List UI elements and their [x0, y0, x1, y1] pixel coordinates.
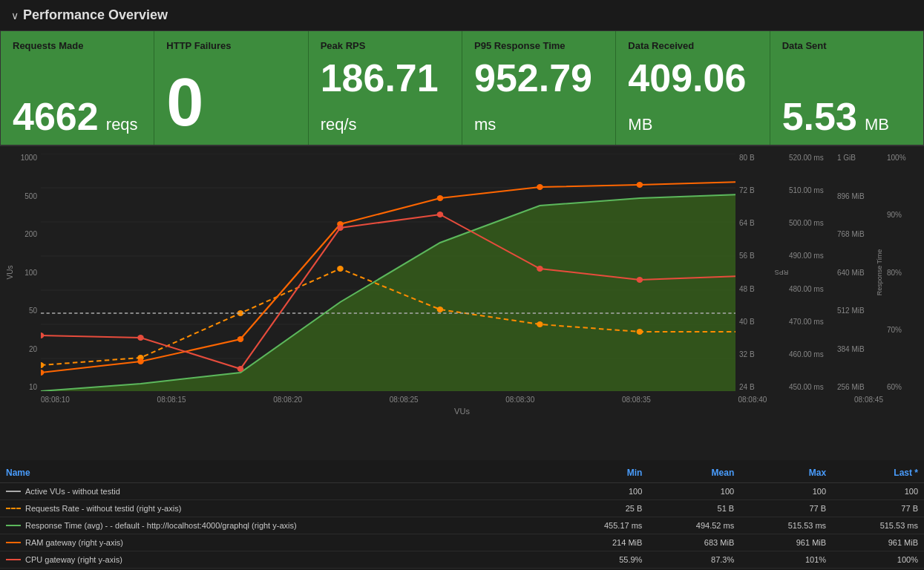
y-axis-right4: 100%90%80%70%60%: [883, 154, 924, 391]
y-r3-label-4: 512 MiB: [837, 307, 865, 315]
legend-min-2: 455.17 ms: [556, 517, 648, 534]
svg-point-29: [337, 225, 344, 231]
legend-max-1: 77 B: [740, 500, 832, 517]
legend-last-3: 961 MiB: [832, 534, 924, 551]
y-r2-label-3: 490.00 ms: [789, 252, 824, 260]
y-r3-label-3: 640 MiB: [837, 269, 865, 277]
x-label-7: 08:08:45: [854, 396, 883, 404]
stat-card-label-4: Data Received: [628, 40, 757, 51]
legend-line-1: [6, 508, 21, 509]
legend-name-0: Active VUs - without testid: [0, 483, 556, 500]
legend-table: Name Min Mean Max Last * Active VUs - wi…: [0, 463, 924, 569]
svg-point-19: [137, 358, 144, 364]
legend-line-0: [6, 491, 21, 492]
legend-line-2: [6, 525, 21, 526]
legend-mean-2: 494.52 ms: [648, 517, 740, 534]
svg-marker-8: [41, 194, 735, 391]
y-axis-right2: 520.00 ms510.00 ms500.00 ms490.00 ms480.…: [785, 154, 833, 391]
legend-mean-3: 683 MiB: [648, 534, 740, 551]
legend-row-0: Active VUs - without testid100100100100: [0, 483, 924, 500]
y-r3-label-1: 896 MiB: [837, 192, 865, 200]
x-label-1: 08:08:15: [157, 396, 186, 404]
rps-label: RPS: [775, 269, 789, 276]
y-r1-label-3: 56 B: [739, 252, 755, 260]
y-left-label-1: 500: [24, 192, 37, 200]
legend-min-0: 100: [556, 483, 648, 500]
stat-card-label-3: P95 Response Time: [474, 40, 603, 51]
stat-card-unit-4: MB: [628, 115, 652, 134]
x-label-0: 08:08:10: [41, 396, 70, 404]
y-left-label-4: 50: [29, 307, 37, 315]
stat-card-unit-5: MB: [860, 115, 889, 134]
legend-line-4: [6, 559, 21, 560]
y-axis-right1: 80 B72 B64 B56 B48 B40 B32 B24 B: [735, 154, 776, 391]
rps-axis-label-container: RPS: [776, 154, 785, 391]
x-label-2: 08:08:20: [273, 396, 302, 404]
svg-point-13: [437, 307, 444, 312]
y-r2-label-1: 510.00 ms: [789, 186, 824, 194]
response-time-label: Response Time: [876, 249, 883, 296]
last-header: Last *: [894, 468, 918, 478]
stat-card-label-5: Data Sent: [782, 40, 911, 51]
legend-mean-0: 100: [648, 483, 740, 500]
y-r2-label-0: 520.00 ms: [789, 154, 824, 162]
legend-row-4: CPU gateway (right y-axis)55.9%87.3%101%…: [0, 551, 924, 569]
legend-last-1: 77 B: [832, 500, 924, 517]
y-r1-label-2: 64 B: [739, 219, 755, 227]
y-r3-label-6: 256 MiB: [837, 383, 865, 391]
legend-max-0: 100: [740, 483, 832, 500]
stat-card-value-1: 0: [166, 69, 295, 136]
x-label-3: 08:08:25: [390, 396, 419, 404]
stat-card-value-5: 5.53 MB: [782, 97, 911, 136]
legend-last-0: 100: [832, 483, 924, 500]
stat-card-unit-0: reqs: [102, 115, 138, 134]
y-left-label-5: 20: [29, 345, 37, 353]
stat-card-value-3: 952.79 ms: [474, 59, 603, 136]
stat-card-0: Requests Made4662 reqs: [1, 31, 154, 145]
stat-card-label-0: Requests Made: [13, 40, 142, 51]
y-r4-label-3: 70%: [887, 326, 902, 334]
y-r1-label-5: 40 B: [739, 318, 755, 326]
stat-card-3: P95 Response Time952.79 ms: [462, 31, 616, 145]
col-min: Min: [556, 463, 648, 483]
svg-point-26: [41, 332, 44, 338]
chart-main: [41, 154, 735, 391]
stat-cards: Requests Made4662 reqsHTTP Failures0Peak…: [0, 30, 924, 145]
legend-min-3: 214 MiB: [556, 534, 648, 551]
legend-min-1: 25 B: [556, 500, 648, 517]
legend-line-3: [6, 542, 21, 543]
legend-name-4: CPU gateway (right y-axis): [0, 551, 556, 569]
legend-row-2: Response Time (avg) - - default - http:/…: [0, 517, 924, 534]
x-label-6: 08:08:40: [738, 396, 767, 404]
stat-card-label-1: HTTP Failures: [166, 40, 295, 51]
legend-name-1: Requests Rate - without testid (right y-…: [0, 500, 556, 517]
y-axis-vu-label: VUs: [6, 266, 14, 280]
svg-point-32: [637, 277, 643, 283]
legend-name-3: RAM gateway (right y-axis): [0, 534, 556, 551]
chart-svg: [41, 154, 735, 391]
stat-card-4: Data Received409.06 MB: [616, 31, 770, 145]
y-r2-label-6: 460.00 ms: [789, 350, 824, 358]
chart-container: VUs 1000500200100502010: [0, 145, 924, 460]
svg-point-18: [41, 370, 44, 376]
legend-row-3: RAM gateway (right y-axis)214 MiB683 MiB…: [0, 534, 924, 551]
y-r4-label-0: 100%: [887, 154, 906, 162]
y-r2-label-4: 480.00 ms: [789, 285, 824, 293]
stat-card-label-2: Peak RPS: [321, 40, 450, 51]
chart-wrapper: VUs 1000500200100502010: [0, 154, 924, 391]
y-r2-label-5: 470.00 ms: [789, 318, 824, 326]
x-axis: 08:08:1008:08:1508:08:2008:08:2508:08:30…: [0, 391, 924, 404]
y-axis-left: VUs 1000500200100502010: [0, 154, 41, 391]
legend-header-row: Name Min Mean Max Last *: [0, 463, 924, 483]
header: ∨ Performance Overview: [0, 0, 924, 30]
y-r3-label-5: 384 MiB: [837, 345, 865, 353]
stat-card-unit-3: ms: [474, 115, 496, 134]
y-r1-label-7: 24 B: [739, 383, 755, 391]
svg-point-9: [41, 362, 44, 368]
y-left-label-6: 10: [29, 383, 37, 391]
x-axis-label: VUs: [0, 407, 924, 416]
x-label-4: 08:08:30: [505, 396, 534, 404]
svg-point-14: [537, 321, 543, 327]
stat-card-5: Data Sent5.53 MB: [770, 31, 923, 145]
stat-card-2: Peak RPS186.71 req/s: [309, 31, 462, 145]
